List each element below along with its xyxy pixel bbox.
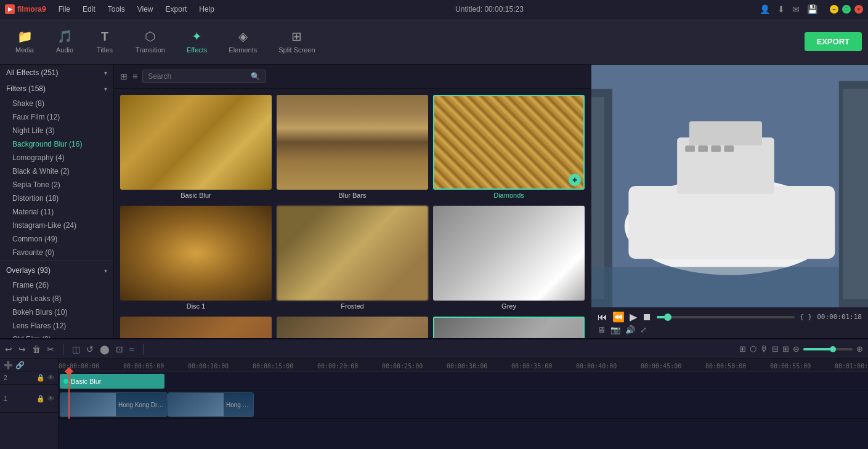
mosaic-icon[interactable]: ⊞ [739, 344, 746, 354]
zoom-in-icon[interactable]: ⊕ [856, 344, 863, 354]
record-icon[interactable]: 🎙 [760, 344, 768, 354]
filter-favourite[interactable]: Favourite (0) [0, 246, 113, 259]
toolbar-titles[interactable]: T Titles [86, 26, 123, 57]
user-icon[interactable]: 👤 [760, 4, 770, 14]
add-diamonds-icon[interactable]: + [569, 174, 581, 186]
menu-help[interactable]: Help [194, 4, 219, 15]
close-button[interactable]: × [854, 5, 863, 14]
menu-export[interactable]: Export [161, 4, 192, 15]
stop-button[interactable]: ⏹ [642, 312, 652, 323]
effect-clip-basic-blur[interactable]: Basic Blur [60, 374, 164, 389]
redo-button[interactable]: ↪ [18, 344, 26, 354]
effect-row3-2[interactable] [277, 317, 428, 339]
overlay-frame[interactable]: Frame (26) [0, 278, 113, 292]
camera-icon[interactable]: 📷 [610, 325, 620, 334]
filter-background-blur[interactable]: Background Blur (16) [0, 137, 113, 151]
track-2-lock-icon[interactable]: 🔒 [36, 374, 45, 382]
grid-view-icon[interactable]: ⊞ [120, 71, 128, 81]
filter-sepia-tone[interactable]: Sepia Tone (2) [0, 178, 113, 192]
audio-adjust-button[interactable]: ≈ [129, 344, 134, 354]
play-back-button[interactable]: ⏪ [612, 311, 625, 323]
zoom-out-icon[interactable]: ⊖ [793, 344, 800, 354]
track-1-number: 1 [4, 395, 7, 402]
overlay-lens-flares[interactable]: Lens Flares (12) [0, 319, 113, 333]
filter-lomography[interactable]: Lomography (4) [0, 151, 113, 164]
video-clip-2[interactable]: Hong Kong Drone5 [168, 392, 254, 417]
add-track-button[interactable]: ➕ [4, 361, 13, 370]
track-1-eye-icon[interactable]: 👁 [47, 395, 54, 403]
go-to-start-button[interactable]: ⏮ [598, 312, 607, 323]
filters-header[interactable]: Filters (158) ▾ [0, 81, 113, 97]
overlay-bokeh-blurs[interactable]: Bokeh Blurs (10) [0, 305, 113, 319]
effect-row3-1[interactable] [120, 317, 272, 339]
menu-file[interactable]: File [54, 4, 75, 15]
effect-blur-bars-thumb [277, 95, 428, 190]
track-2-eye-icon[interactable]: 👁 [47, 374, 54, 382]
delete-button[interactable]: 🗑 [32, 344, 41, 354]
effect-blur-bars[interactable]: Blur Bars [277, 95, 428, 201]
effect-disc1[interactable]: Disc 1 [120, 206, 272, 312]
fullscreen-icon[interactable]: ⤢ [640, 325, 647, 334]
toolbar-media[interactable]: 📁 Media [6, 26, 43, 57]
svg-rect-14 [698, 145, 708, 152]
save-icon[interactable]: 💾 [807, 4, 817, 14]
toolbar-splitscreen[interactable]: ⊞ Split Screen [269, 26, 324, 57]
effect-row3-3[interactable]: + [433, 317, 585, 339]
menu-tools[interactable]: Tools [103, 4, 130, 15]
filter-distortion[interactable]: Distortion (18) [0, 192, 113, 205]
play-button[interactable]: ▶ [630, 311, 637, 323]
toolbar-elements[interactable]: ◈ Elements [219, 26, 266, 57]
download-icon[interactable]: ⬇ [777, 4, 785, 14]
timeline-tracks[interactable]: 00:00:00:00 00:00:05:00 00:00:10:00 00:0… [59, 359, 868, 449]
menu-bar: File Edit Tools View Export Help [54, 4, 219, 15]
mask-icon[interactable]: ⬡ [750, 344, 756, 354]
menu-view[interactable]: View [132, 4, 158, 15]
ruler-label-area: ➕ 🔗 [0, 359, 58, 371]
export-button[interactable]: EXPORT [805, 32, 862, 51]
crop-button[interactable]: ⊡ [116, 344, 123, 354]
playhead[interactable] [68, 371, 70, 419]
transition-label: Transition [136, 46, 165, 54]
progress-track[interactable] [657, 316, 795, 318]
filter-instagram-like[interactable]: Instagram-Like (24) [0, 219, 113, 232]
minimize-button[interactable]: – [830, 5, 838, 14]
effect-grey[interactable]: Grey [433, 206, 585, 312]
ruler-mark-40: 00:00:40:00 [576, 363, 617, 370]
effect-basic-blur[interactable]: Basic Blur [120, 95, 272, 201]
pip-icon[interactable]: ⊟ [772, 344, 779, 354]
split-button[interactable]: ◫ [72, 344, 80, 354]
effect-diamonds[interactable]: + Diamonds [433, 95, 585, 201]
filter-material[interactable]: Material (11) [0, 205, 113, 219]
speed-button[interactable]: ↺ [86, 344, 94, 354]
volume-icon[interactable]: 🔊 [625, 325, 635, 334]
menu-edit[interactable]: Edit [78, 4, 100, 15]
filter-shake[interactable]: Shake (8) [0, 97, 113, 110]
overlays-header[interactable]: Overlays (93) ▾ [0, 262, 113, 278]
overlay-light-leaks[interactable]: Light Leaks (8) [0, 292, 113, 305]
track-1-lock-icon[interactable]: 🔒 [36, 395, 45, 403]
filter-common[interactable]: Common (49) [0, 232, 113, 246]
undo-button[interactable]: ↩ [5, 344, 12, 354]
filter-faux-film[interactable]: Faux Film (12) [0, 110, 113, 124]
color-button[interactable]: ⬤ [100, 344, 110, 354]
link-icon[interactable]: 🔗 [15, 361, 25, 370]
all-effects-label: All Effects (251) [6, 68, 58, 77]
list-view-icon[interactable]: ≡ [132, 71, 137, 81]
all-effects-header[interactable]: All Effects (251) ▾ [0, 65, 113, 81]
split-view-icon[interactable]: ⊞ [782, 344, 789, 354]
mail-icon[interactable]: ✉ [792, 4, 800, 14]
toolbar-effects[interactable]: ✦ Effects [177, 26, 216, 57]
video-clip-1[interactable]: Hong Kong Drone5 Clip [60, 392, 168, 417]
monitor-icon[interactable]: 🖥 [598, 325, 606, 334]
zoom-slider[interactable] [803, 348, 853, 350]
toolbar-audio[interactable]: 🎵 Audio [46, 26, 83, 57]
cut-button[interactable]: ✂ [47, 344, 54, 354]
title-bar: ▶ filmora9 File Edit Tools View Export H… [0, 0, 868, 18]
overlay-old-film[interactable]: Old Film (9) [0, 333, 113, 338]
effect-frosted[interactable]: Frosted [277, 206, 428, 312]
search-input[interactable] [148, 72, 251, 81]
filter-black-white[interactable]: Black & White (2) [0, 164, 113, 178]
filter-night-life[interactable]: Night Life (3) [0, 124, 113, 137]
toolbar-transition[interactable]: ⬡ Transition [126, 26, 174, 57]
maximize-button[interactable]: □ [842, 5, 851, 14]
